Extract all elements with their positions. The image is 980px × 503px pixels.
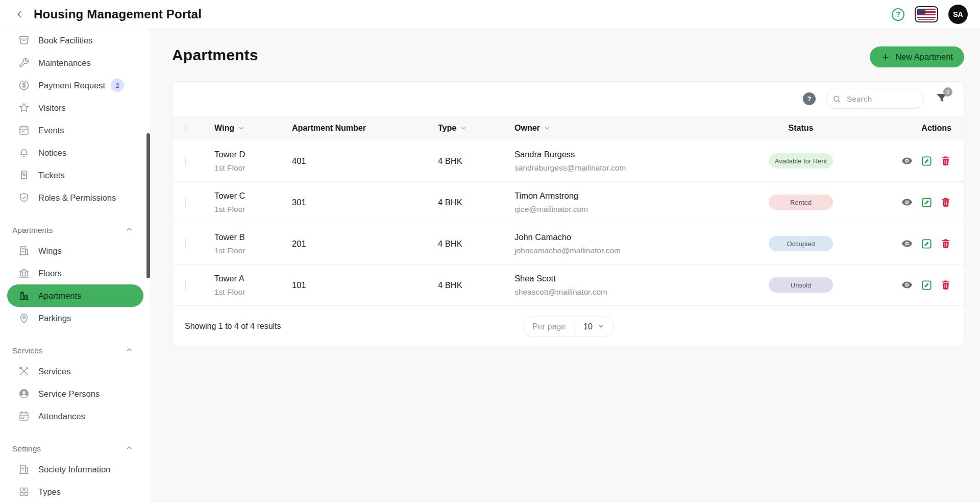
eye-icon — [901, 196, 913, 208]
row-checkbox[interactable] — [185, 238, 186, 249]
sidebar-item-types[interactable]: Types — [7, 481, 143, 503]
sidebar-item-maintenances[interactable]: Maintenances — [7, 52, 143, 74]
apartment-type: 4 BHK — [438, 239, 514, 249]
filter-button[interactable]: 0 — [934, 90, 949, 108]
sidebar-item-roles-permissions[interactable]: Roles & Permissions — [7, 186, 143, 209]
apartments-card: ? 0 Wing Apartment Number Type — [172, 81, 964, 347]
edit-button[interactable] — [921, 155, 933, 167]
sidebar-item-service-persons[interactable]: Service Persons — [7, 382, 143, 405]
app-title: Housing Management Portal — [34, 7, 202, 21]
sidebar-section-settings[interactable]: Settings — [7, 440, 143, 458]
back-icon[interactable] — [12, 7, 27, 21]
view-button[interactable] — [901, 279, 913, 291]
page-title: Apartments — [172, 46, 258, 64]
delete-button[interactable] — [940, 155, 951, 166]
sidebar-item-events[interactable]: Events — [7, 119, 143, 141]
sidebar-item-parkings[interactable]: Parkings — [7, 307, 143, 329]
apartment-number: 401 — [292, 156, 438, 166]
sidebar-item-label: Visitors — [38, 103, 66, 113]
main-content: Apartments New Apartment ? 0 Wing — [151, 29, 980, 503]
row-checkbox[interactable] — [185, 280, 186, 290]
table-help-icon[interactable]: ? — [803, 92, 816, 105]
building-icon — [17, 244, 31, 257]
table-toolbar: ? 0 — [173, 82, 964, 116]
payment-request-badge: 2 — [111, 79, 124, 92]
shield-check-icon — [17, 191, 31, 204]
archive-box-icon — [17, 34, 31, 47]
sidebar-scrollbar[interactable] — [146, 133, 150, 278]
sidebar-item-apartments[interactable]: Apartments — [7, 284, 143, 307]
table-footer: Showing 1 to 4 of 4 results Per page 10 — [173, 306, 964, 347]
building-icon — [17, 463, 31, 476]
sidebar-item-label: Society Information — [38, 465, 110, 474]
status-badge: Rented — [769, 195, 833, 210]
chevron-up-icon — [125, 225, 133, 235]
sidebar-item-visitors[interactable]: Visitors — [7, 97, 143, 119]
sidebar-item-services[interactable]: Services — [7, 360, 143, 382]
new-apartment-label: New Apartment — [895, 52, 953, 62]
table-row: Tower A1st Floor 101 4 BHK Shea Scottshe… — [173, 265, 964, 306]
edit-button[interactable] — [921, 279, 933, 291]
table-row: Tower D1st Floor 401 4 BHK Sandra Burges… — [173, 140, 964, 182]
sort-chevron-icon — [460, 125, 467, 132]
delete-button[interactable] — [940, 238, 951, 249]
search-icon — [832, 94, 841, 103]
sidebar-item-label: Book Facilities — [38, 36, 92, 45]
section-label: Services — [12, 346, 42, 355]
sidebar-item-notices[interactable]: Notices — [7, 141, 143, 164]
sidebar-item-payment-request[interactable]: Payment Request 2 — [7, 74, 143, 97]
sidebar-item-floors[interactable]: Floors — [7, 262, 143, 284]
sidebar-item-label: Tickets — [38, 171, 65, 180]
row-checkbox[interactable] — [185, 156, 186, 166]
row-checkbox[interactable] — [185, 197, 186, 207]
select-all-checkbox[interactable] — [185, 123, 186, 133]
per-page-value: 10 — [583, 322, 593, 331]
sidebar-item-attendances[interactable]: Attendances — [7, 405, 143, 427]
edit-button[interactable] — [921, 197, 933, 208]
sidebar: Book Facilities Maintenances Payment Req… — [0, 29, 151, 503]
per-page-select[interactable]: Per page 10 — [523, 316, 614, 337]
sort-chevron-icon — [238, 125, 245, 132]
table-header: Wing Apartment Number Type Owner Status … — [173, 116, 964, 140]
wing-name: Tower B — [214, 232, 292, 242]
results-summary: Showing 1 to 4 of 4 results — [185, 322, 281, 331]
column-header-wing[interactable]: Wing — [214, 124, 292, 133]
sidebar-item-label: Maintenances — [38, 58, 91, 68]
sidebar-item-book-facilities[interactable]: Book Facilities — [7, 29, 143, 52]
sidebar-item-tickets[interactable]: Tickets — [7, 164, 143, 186]
sidebar-item-label: Parkings — [38, 314, 71, 323]
calendar-icon — [17, 410, 31, 423]
floor-name: 1st Floor — [214, 288, 292, 297]
chevron-up-icon — [125, 444, 133, 454]
language-flag-icon[interactable] — [915, 6, 938, 22]
edit-icon — [921, 155, 933, 167]
view-button[interactable] — [901, 155, 913, 167]
edit-button[interactable] — [921, 238, 933, 250]
apartment-type: 4 BHK — [438, 156, 514, 166]
chevron-up-icon — [125, 346, 133, 356]
sidebar-item-label: Attendances — [38, 412, 85, 421]
section-label: Apartments — [12, 226, 53, 235]
help-icon[interactable]: ? — [892, 8, 904, 21]
map-pin-icon — [17, 312, 31, 325]
edit-icon — [921, 238, 933, 250]
column-header-type[interactable]: Type — [438, 124, 514, 133]
sidebar-section-services[interactable]: Services — [7, 342, 143, 360]
sidebar-item-label: Service Persons — [38, 389, 100, 399]
sidebar-section-apartments[interactable]: Apartments — [7, 221, 143, 239]
view-button[interactable] — [901, 196, 913, 208]
sort-chevron-icon — [544, 125, 551, 132]
sidebar-item-society-information[interactable]: Society Information — [7, 458, 143, 481]
owner-email: qice@mailinator.com — [514, 205, 727, 214]
crossed-tools-icon — [17, 365, 31, 378]
edit-icon — [921, 197, 933, 208]
new-apartment-button[interactable]: New Apartment — [870, 46, 964, 67]
delete-button[interactable] — [940, 197, 951, 208]
delete-button[interactable] — [940, 279, 951, 291]
filter-count-badge: 0 — [943, 87, 952, 97]
column-header-owner[interactable]: Owner — [514, 124, 727, 133]
avatar[interactable]: SA — [948, 5, 968, 24]
status-badge: Available for Rent — [769, 153, 833, 169]
sidebar-item-wings[interactable]: Wings — [7, 239, 143, 262]
view-button[interactable] — [901, 237, 913, 250]
